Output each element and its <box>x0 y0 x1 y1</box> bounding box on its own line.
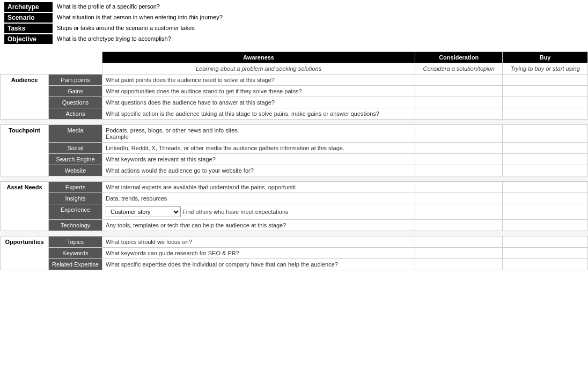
table-row: GainsWhat opportunities does the audince… <box>1 86 588 97</box>
table-row: Asset NeedsExpertsWhat internal experts … <box>1 182 588 193</box>
legend-desc-scenario: What situation is that person in when en… <box>57 13 223 21</box>
cell-awareness-gains: What opportunities does the audince stan… <box>102 86 415 97</box>
row-label-website: Website <box>49 165 102 176</box>
cell-buy-related-expertise <box>503 259 588 270</box>
cell-awareness-insights: Data, trends, resources <box>102 193 415 204</box>
cell-buy-social <box>503 143 588 154</box>
cell-consideration-media <box>415 125 503 143</box>
cell-buy-actions <box>503 108 588 120</box>
legend-section: ArchetypeWhat is the profile of a specif… <box>0 0 588 47</box>
cell-consideration-gains <box>415 86 503 97</box>
table-row: InsightsData, trends, resources <box>1 193 588 204</box>
cell-awareness-pain-points: What paint points does the audience need… <box>102 75 415 86</box>
table-row: ExperienceCustomer storyCase StudyTestim… <box>1 204 588 220</box>
col-header-consideration: Consideration <box>415 52 503 63</box>
cell-consideration-keywords <box>415 248 503 259</box>
cell-consideration-experts <box>415 182 503 193</box>
table-row: TechnologyAny tools, templates or tech t… <box>1 220 588 231</box>
cell-consideration-search-engine <box>415 154 503 165</box>
cell-buy-questions <box>503 97 588 108</box>
cell-consideration-pain-points <box>415 75 503 86</box>
row-label-media: Media <box>49 125 102 143</box>
section-label-asset-needs: Asset Needs <box>1 182 49 231</box>
section-label-audience: Audience <box>1 75 49 120</box>
cell-awareness-media: Podcats, press, blogs, or other news and… <box>102 125 415 143</box>
cell-awareness-website: What actions would the audience go to yo… <box>102 165 415 176</box>
section-divider <box>1 120 588 125</box>
col-sub-awareness: Learning about a problem and seeking sol… <box>102 63 415 75</box>
legend-label-tasks: Tasks <box>4 24 53 33</box>
cell-buy-website <box>503 165 588 176</box>
cell-awareness-actions: What specific action is the audience tak… <box>102 108 415 120</box>
cell-buy-insights <box>503 193 588 204</box>
row-label-experts: Experts <box>49 182 102 193</box>
row-label-questions: Questions <box>49 97 102 108</box>
cell-awareness-experience[interactable]: Customer storyCase StudyTestimonialDemo … <box>102 204 415 220</box>
legend-row-objective: ObjectiveWhat is the archetype trying to… <box>4 34 584 44</box>
row-label-topics: Topics <box>49 236 102 248</box>
cell-buy-gains <box>503 86 588 97</box>
cell-consideration-technology <box>415 220 503 231</box>
table-row: KeywordsWhat keywords can guide research… <box>1 248 588 259</box>
table-row: Search EngineWhat keywords are relevant … <box>1 154 588 165</box>
section-divider <box>1 231 588 236</box>
cell-buy-media <box>503 125 588 143</box>
legend-label-archetype: Archetype <box>4 2 53 12</box>
legend-row-tasks: TasksSteps or tasks around the scenario … <box>4 24 584 33</box>
col-header-buy: Buy <box>503 52 588 63</box>
row-label-related-expertise: Related Expertise <box>49 259 102 270</box>
row-label-technology: Technology <box>49 220 102 231</box>
col-header-awareness: Awareness <box>102 52 415 63</box>
cell-awareness-related-expertise: What specific expertise does the individ… <box>102 259 415 270</box>
cell-buy-experts <box>503 182 588 193</box>
table-row: WebsiteWhat actions would the audience g… <box>1 165 588 176</box>
cell-awareness-social: LinkedIn, Reddit, X, Threads, or other m… <box>102 143 415 154</box>
col-sub-buy: Trying to buy or start using <box>503 63 588 75</box>
legend-label-objective: Objective <box>4 34 53 44</box>
section-label-touchpoint: Touchpoint <box>1 125 49 176</box>
table-row: SocialLinkedIn, Reddit, X, Threads, or o… <box>1 143 588 154</box>
journey-table: Awareness Consideration Buy Learning abo… <box>0 51 588 270</box>
table-row: ActionsWhat specific action is the audie… <box>1 108 588 120</box>
table-row: TouchpointMediaPodcats, press, blogs, or… <box>1 125 588 143</box>
row-label-experience: Experience <box>49 204 102 220</box>
table-row: QuestionsWhat questions does the audienc… <box>1 97 588 108</box>
legend-row-scenario: ScenarioWhat situation is that person in… <box>4 13 584 23</box>
cell-awareness-technology: Any tools, templates or tech that can he… <box>102 220 415 231</box>
row-label-keywords: Keywords <box>49 248 102 259</box>
cell-consideration-related-expertise <box>415 259 503 270</box>
table-row: Related ExpertiseWhat specific expertise… <box>1 259 588 270</box>
row-label-insights: Insights <box>49 193 102 204</box>
cell-buy-experience <box>503 204 588 220</box>
cell-awareness-questions: What questions does the audience have to… <box>102 97 415 108</box>
cell-consideration-questions <box>415 97 503 108</box>
row-label-social: Social <box>49 143 102 154</box>
cell-buy-technology <box>503 220 588 231</box>
legend-row-archetype: ArchetypeWhat is the profile of a specif… <box>4 2 584 12</box>
cell-awareness-keywords: What keywords can guide research for SEO… <box>102 248 415 259</box>
legend-desc-tasks: Steps or tasks around the scenario a cus… <box>57 24 195 32</box>
cell-buy-topics <box>503 236 588 248</box>
cell-awareness-experts: What internal experts are available that… <box>102 182 415 193</box>
legend-label-scenario: Scenario <box>4 13 53 23</box>
cell-consideration-social <box>415 143 503 154</box>
cell-buy-pain-points <box>503 75 588 86</box>
legend-desc-archetype: What is the profile of a specific person… <box>57 2 160 11</box>
section-label-opportunities: Opportunities <box>1 236 49 270</box>
row-label-actions: Actions <box>49 108 102 120</box>
table-row: AudiencePain pointsWhat paint points doe… <box>1 75 588 86</box>
experience-dropdown[interactable]: Customer storyCase StudyTestimonialDemo <box>106 206 181 217</box>
cell-awareness-topics: What topics should we focus on? <box>102 236 415 248</box>
cell-buy-search-engine <box>503 154 588 165</box>
row-label-gains: Gains <box>49 86 102 97</box>
cell-consideration-insights <box>415 193 503 204</box>
row-label-search-engine: Search Engine <box>49 154 102 165</box>
experience-text: Find others who have meet expectations <box>181 209 289 215</box>
cell-consideration-experience <box>415 204 503 220</box>
cell-awareness-search-engine: What keywords are relevant at this stage… <box>102 154 415 165</box>
cell-consideration-topics <box>415 236 503 248</box>
cell-buy-keywords <box>503 248 588 259</box>
table-row: OpportunitiesTopicsWhat topics should we… <box>1 236 588 248</box>
cell-consideration-actions <box>415 108 503 120</box>
row-label-pain-points: Pain points <box>49 75 102 86</box>
